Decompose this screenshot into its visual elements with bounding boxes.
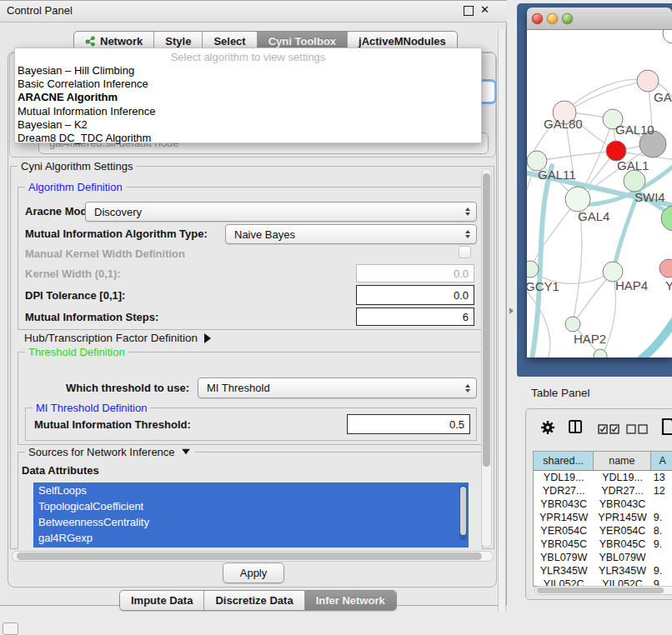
network-node-gal-partial[interactable] (637, 70, 659, 92)
table-cell: 13 (651, 471, 672, 484)
float-window-icon[interactable] (464, 6, 474, 16)
settings-scrollbar-thumb[interactable] (483, 173, 490, 467)
network-canvas[interactable]: GALGAL80GAL10GAL1GAL11SWI4GAL4GCY1HAP4YH… (527, 30, 672, 358)
settings-horizontal-scrollbar[interactable] (12, 551, 494, 562)
control-panel-titlebar[interactable]: Control Panel ✕ (0, 1, 507, 22)
new-table-icon[interactable] (661, 418, 672, 439)
tab-label: Discretize Data (215, 594, 293, 607)
table-cell: 9 (651, 578, 672, 586)
which-threshold-combo[interactable]: MI Threshold (198, 378, 477, 398)
checked-columns-icon[interactable] (598, 422, 619, 438)
mi-threshold-field[interactable]: 0.5 (347, 414, 470, 434)
kernel-width-field[interactable]: 0.0 (356, 264, 474, 282)
attributes-scrollbar-thumb[interactable] (460, 487, 466, 535)
node-table: shared... name A YDL19...YDL19...13YDR27… (533, 451, 672, 587)
bottom-left-mini-button[interactable] (3, 622, 18, 635)
column-header-shared-name[interactable]: shared... (534, 452, 594, 470)
dropdown-item-bayesian-k2[interactable]: Bayesian – K2 (18, 118, 479, 132)
table-row[interactable]: YBL079WYBL079W (534, 551, 672, 564)
settings-hscrollbar-thumb[interactable] (17, 552, 482, 560)
table-row[interactable]: YER054CYER054C8. (534, 524, 672, 538)
hub-definition-expander[interactable]: Hub/Transcription Factor Definition (24, 332, 211, 344)
unchecked-columns-icon[interactable] (626, 422, 648, 438)
combo-stepper-icon (465, 230, 470, 238)
mi-threshold-definition-title: MI Threshold Definition (33, 402, 150, 414)
table-row[interactable]: YBR043CYBR043C (534, 498, 672, 511)
table-cell: YPR145W (594, 511, 650, 524)
dpi-tolerance-field[interactable]: 0.0 (356, 285, 474, 305)
table-cell: YBL079W (534, 551, 594, 564)
minimize-traffic-light-icon[interactable] (547, 13, 558, 24)
dropdown-item-bayesian-hill-climbing[interactable]: Bayesian – Hill Climbing (18, 64, 479, 78)
network-edge[interactable] (532, 166, 552, 358)
close-icon[interactable]: ✕ (480, 3, 489, 16)
table-cell: YER054C (534, 524, 594, 538)
table-row[interactable]: YDR27...YDR27...12 (534, 484, 672, 498)
network-node-salmon-right[interactable] (659, 259, 672, 278)
apply-button[interactable]: Apply (223, 562, 284, 583)
table-hscrollbar-thumb[interactable] (537, 588, 664, 593)
table-cell: YBR043C (594, 498, 650, 511)
zoom-traffic-light-icon[interactable] (562, 13, 573, 24)
network-edge[interactable] (634, 312, 672, 358)
table-row[interactable]: YIL052CYIL052C9 (534, 578, 672, 586)
attribute-item[interactable]: SelfLoops (33, 482, 469, 498)
bottom-tabbar: Impute Data Discretize Data Infer Networ… (119, 590, 397, 611)
attribute-item[interactable]: TopologicalCoefficient (33, 498, 469, 514)
network-node-GAL4[interactable] (565, 187, 590, 212)
column-header-name[interactable]: name (594, 452, 650, 470)
network-window-titlebar[interactable] (527, 8, 672, 30)
split-columns-icon[interactable] (568, 419, 583, 438)
dropdown-item-basic-correlation[interactable]: Basic Correlation Inference (18, 78, 479, 91)
settings-vertical-scrollbar[interactable] (481, 168, 492, 548)
network-node-edge-node-top[interactable] (663, 30, 672, 43)
sources-group-title[interactable]: Sources for Network Inference (25, 446, 194, 458)
tab-label: Select (213, 35, 245, 48)
cyni-algorithm-settings-group: Cyni Algorithm Settings Algorithm Defini… (10, 166, 494, 549)
splitpane-collapse-arrow[interactable] (509, 308, 514, 314)
table-row[interactable]: YBR045CYBR045C9. (534, 538, 672, 551)
attribute-item[interactable]: gal4RGexp (33, 530, 469, 546)
table-row[interactable]: YDL19...YDL19...13 (534, 471, 672, 484)
close-traffic-light-icon[interactable] (532, 13, 543, 24)
dropdown-item-dream8[interactable]: Dream8 DC_TDC Algorithm (18, 132, 479, 145)
network-node-label: GAL11 (538, 168, 576, 182)
table-cell: YIL052C (534, 578, 594, 586)
network-canvas-svg[interactable]: GALGAL80GAL10GAL1GAL11SWI4GAL4GCY1HAP4YH… (527, 30, 672, 358)
panel-scroll-track[interactable] (498, 30, 506, 612)
tab-discretize-data[interactable]: Discretize Data (203, 591, 303, 610)
aracne-mode-combo[interactable]: Discovery (85, 202, 477, 222)
mi-threshold-definition-group: MI Threshold Definition Mutual Informati… (25, 408, 477, 441)
network-node-HAP2[interactable] (565, 317, 580, 332)
combo-stepper-icon (465, 384, 470, 392)
table-row[interactable]: YLR345WYLR345W9. (534, 564, 672, 578)
network-node-label: GCY1 (527, 279, 559, 293)
network-node-SWI4[interactable] (624, 170, 645, 192)
combo-stepper-icon (465, 208, 470, 216)
which-threshold-value: MI Threshold (207, 382, 270, 394)
dropdown-item-mutual-information[interactable]: Mutual Information Inference (18, 105, 479, 118)
dpi-tolerance-label: DPI Tolerance [0,1]: (25, 289, 125, 302)
table-row[interactable]: YPR145WYPR145W9. (534, 511, 672, 524)
mi-steps-field[interactable]: 6 (356, 308, 474, 326)
tab-infer-network[interactable]: Infer Network (304, 591, 396, 610)
mi-type-label: Mutual Information Algorithm Type: (25, 228, 208, 240)
attribute-item[interactable]: BetweennessCentrality (33, 514, 469, 530)
gear-icon[interactable] (539, 419, 556, 439)
attributes-scrollbar[interactable] (459, 485, 467, 540)
threshold-definition-group: Threshold Definition Which threshold to … (18, 352, 483, 445)
table-cell: YIL052C (594, 578, 650, 586)
data-attributes-list[interactable]: SelfLoops TopologicalCoefficient Between… (33, 482, 469, 548)
tab-label: jActiveMNodules (359, 35, 446, 48)
manual-kernel-label: Manual Kernel Width Definition (25, 248, 185, 260)
table-horizontal-scrollbar[interactable] (534, 586, 672, 595)
table-cell: YDL19... (534, 471, 594, 484)
dropdown-item-aracne[interactable]: ARACNE Algorithm (18, 91, 479, 104)
manual-kernel-checkbox[interactable] (459, 246, 471, 258)
mi-type-combo[interactable]: Naive Bayes (225, 224, 477, 244)
tab-impute-data[interactable]: Impute Data (120, 591, 203, 610)
tab-label: Impute Data (131, 594, 193, 607)
network-edge[interactable] (537, 151, 616, 161)
column-header-partial[interactable]: A (651, 452, 672, 470)
mi-steps-value: 6 (463, 311, 469, 323)
